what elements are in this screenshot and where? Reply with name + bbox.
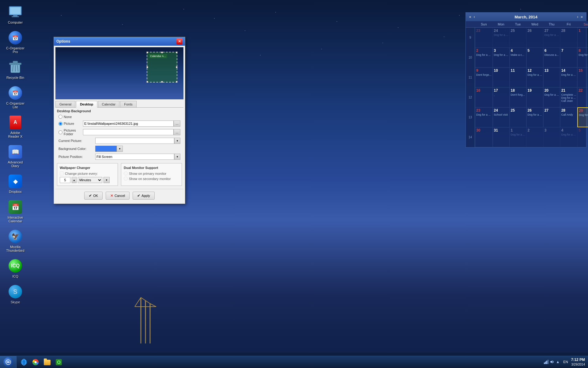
- dialog-close-button[interactable]: ✕: [176, 38, 183, 44]
- current-picture-input[interactable]: [95, 138, 174, 144]
- ok-button[interactable]: ✔ OK: [84, 192, 103, 200]
- calendar-nav-right[interactable]: › »: [576, 15, 584, 19]
- tab-calendar[interactable]: Calendar: [98, 101, 120, 107]
- cal-cell-w13-fri[interactable]: 28Call Andy: [560, 107, 578, 127]
- cal-cell-w12-tue[interactable]: 18Don't forg...: [510, 87, 526, 107]
- cal-cell-w14-mon[interactable]: 31: [493, 127, 510, 147]
- cal-cell-w9-mon[interactable]: 24Dog for a ...: [493, 28, 510, 48]
- picture-position-dropdown-btn[interactable]: ▼: [174, 154, 180, 160]
- cal-cell-w14-sat[interactable]: 5: [577, 127, 588, 147]
- cal-cell-w13-sun[interactable]: 23Dog for a ...: [475, 107, 493, 127]
- desktop-icon-computer[interactable]: Computer: [3, 3, 28, 26]
- taskbar-ie-icon[interactable]: [18, 357, 29, 368]
- resize-handle-bm[interactable]: [161, 81, 163, 83]
- cal-cell-w14-tue[interactable]: 1Dog for a ...: [510, 127, 526, 147]
- radio-none-label[interactable]: None: [58, 115, 72, 119]
- background-color-dropdown-btn[interactable]: ▼: [117, 146, 123, 152]
- resize-handle-bl[interactable]: [146, 81, 148, 83]
- taskbar-folder-icon[interactable]: [42, 357, 53, 368]
- start-orb[interactable]: [3, 357, 13, 367]
- cal-cell-w14-sun[interactable]: 30: [475, 127, 493, 147]
- minutes-dropdown-btn[interactable]: ▼: [104, 177, 110, 183]
- show-primary-radio[interactable]: [124, 171, 128, 175]
- cal-cell-w9-tue[interactable]: 25: [510, 28, 526, 48]
- resize-handle-tr[interactable]: [176, 52, 178, 53]
- preview-calendar-box[interactable]: Calendar A...: [147, 52, 177, 82]
- calendar-nav-left[interactable]: « ‹: [468, 15, 476, 19]
- pictures-folder-browse-button[interactable]: …: [174, 129, 180, 135]
- cal-cell-w10-tue[interactable]: 4Make a c...: [510, 48, 526, 67]
- desktop-icon-c-organizer-lite[interactable]: 📅 C-OrganizerLite: [3, 84, 28, 110]
- cal-cell-w10-sun[interactable]: 2Dog for a ...: [475, 48, 493, 67]
- cal-cell-w9-thu[interactable]: 27Dog for a ...: [543, 28, 560, 48]
- stepper-input[interactable]: [60, 177, 70, 183]
- cal-cell-w9-wed[interactable]: 26: [526, 28, 543, 48]
- cal-cell-w11-thu[interactable]: 13: [543, 67, 560, 87]
- cal-cell-w11-wed[interactable]: 12Dog for a ...: [526, 67, 543, 87]
- cal-cell-w12-thu[interactable]: 20Dog for a ...: [543, 87, 560, 107]
- cal-cell-w10-sat[interactable]: 8Dog for a ...: [577, 48, 588, 67]
- cal-cell-w11-fri[interactable]: 14Dog for a ...: [560, 67, 578, 87]
- desktop-icon-c-organizer-pro[interactable]: 📅 C-OrganizerPro: [3, 29, 28, 55]
- cal-cell-w14-thu[interactable]: 3: [543, 127, 560, 147]
- tray-network-icon[interactable]: [544, 359, 548, 364]
- cal-cell-w13-wed[interactable]: 26Dog for a ...: [526, 107, 543, 127]
- desktop-icon-thunderbird[interactable]: 🦅 MozillaThunderbird: [3, 228, 28, 254]
- cal-cell-w13-tue[interactable]: 25: [510, 107, 526, 127]
- resize-handle-mr[interactable]: [176, 66, 178, 68]
- tab-general[interactable]: General: [55, 101, 75, 107]
- cal-cell-w11-mon[interactable]: 10: [493, 67, 510, 87]
- cal-cell-w12-sat[interactable]: 22: [577, 87, 588, 107]
- start-button[interactable]: [0, 356, 17, 368]
- cal-cell-w12-wed[interactable]: 19: [526, 87, 543, 107]
- taskbar-media-icon[interactable]: [53, 357, 64, 368]
- tab-fonts[interactable]: Fonts: [120, 101, 137, 107]
- cal-cell-w9-fri[interactable]: 28: [560, 28, 578, 48]
- radio-pictures-folder-label[interactable]: Pictures Folder: [58, 128, 83, 136]
- cal-cell-w11-sat[interactable]: 15: [577, 67, 588, 87]
- cal-cell-w10-mon[interactable]: 3Dog for a ...: [493, 48, 510, 67]
- picture-path-input[interactable]: [83, 121, 174, 127]
- cancel-button[interactable]: ✕ Cancel: [106, 192, 130, 200]
- radio-picture-label[interactable]: Picture: [58, 122, 83, 126]
- desktop-icon-skype[interactable]: S Skype: [3, 283, 28, 305]
- resize-handle-tl[interactable]: [146, 52, 148, 53]
- cal-cell-w14-wed[interactable]: 2: [526, 127, 543, 147]
- pictures-folder-input[interactable]: [83, 129, 174, 135]
- tray-volume-icon[interactable]: [549, 359, 554, 364]
- picture-position-input[interactable]: [95, 154, 174, 160]
- desktop-icon-advanced-diary[interactable]: 📖 AdvancedDiary: [3, 143, 28, 169]
- desktop-icon-interactive-calendar[interactable]: 📅 InteractiveCalendar: [3, 198, 28, 224]
- radio-none-input[interactable]: [58, 115, 62, 119]
- radio-picture-input[interactable]: [58, 122, 62, 126]
- show-secondary-radio[interactable]: [124, 177, 128, 181]
- cal-cell-w10-wed[interactable]: 5: [526, 48, 543, 67]
- background-color-swatch[interactable]: [95, 146, 117, 152]
- change-picture-checkbox[interactable]: [60, 171, 64, 175]
- resize-handle-ml[interactable]: [146, 66, 148, 68]
- taskbar-chrome-icon[interactable]: [30, 357, 41, 368]
- cal-cell-w12-sun[interactable]: 16: [475, 87, 493, 107]
- desktop-icon-adobe-reader[interactable]: A AdobeReader X: [3, 113, 28, 140]
- cal-next-btn[interactable]: ›: [576, 15, 579, 19]
- desktop-icon-dropbox[interactable]: ◆ Dropbox: [3, 172, 28, 195]
- picture-browse-button[interactable]: …: [174, 121, 180, 127]
- tray-arrow-icon[interactable]: ▲: [555, 359, 560, 364]
- cal-next-next-btn[interactable]: »: [580, 15, 584, 19]
- cal-cell-w13-mon[interactable]: 24School visit: [493, 107, 510, 127]
- cal-cell-w14-fri[interactable]: 4Dog for a ...: [560, 127, 578, 147]
- taskbar-clock[interactable]: 7:12 PM 3/29/2014: [571, 357, 585, 367]
- cal-cell-w9-sat[interactable]: 1: [577, 28, 588, 48]
- resize-handle-tm[interactable]: [161, 52, 163, 53]
- resize-handle-br[interactable]: [176, 81, 178, 83]
- cal-cell-w13-sat-today[interactable]: 29Dog for a ...: [577, 107, 588, 127]
- desktop-icon-icq[interactable]: ICQ ICQ: [3, 257, 28, 280]
- cal-cell-w10-fri[interactable]: 7: [560, 48, 578, 67]
- cal-cell-w13-thu[interactable]: 27: [543, 107, 560, 127]
- minutes-select[interactable]: Minutes: [78, 177, 102, 183]
- desktop-icon-recycle-bin[interactable]: Recycle Bin: [3, 58, 28, 81]
- cal-prev-prev-btn[interactable]: «: [468, 15, 472, 19]
- current-picture-dropdown-btn[interactable]: ▼: [174, 138, 180, 144]
- tab-desktop[interactable]: Desktop: [76, 101, 97, 108]
- cal-cell-w9-sun[interactable]: 23: [475, 28, 493, 48]
